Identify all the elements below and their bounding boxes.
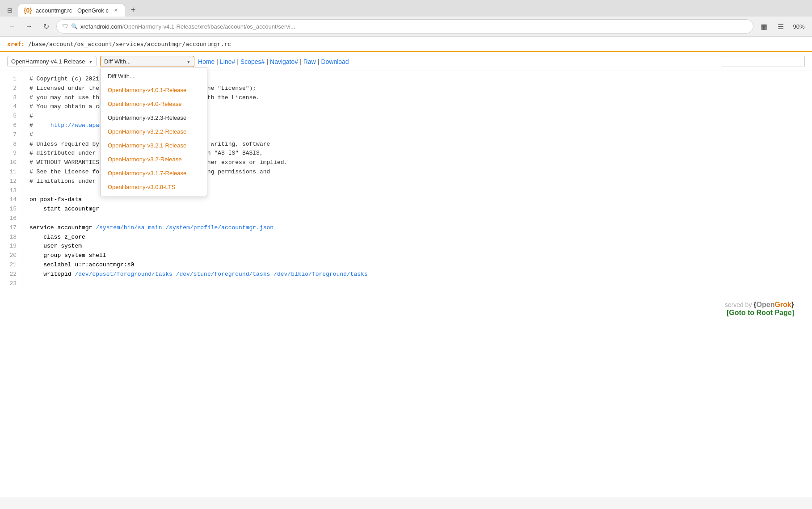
sa-main-link[interactable]: /system/bin/sa_main bbox=[96, 224, 162, 231]
ln-4: 4 bbox=[5, 102, 17, 112]
window-menu-button[interactable]: ⊟ bbox=[4, 4, 16, 17]
ln-14: 14 bbox=[5, 195, 17, 205]
ln-22: 22 bbox=[5, 270, 17, 279]
ln-21: 21 bbox=[5, 261, 17, 270]
diff-select-wrapper: Diff With... OpenHarmony-v4.0.1-Release … bbox=[100, 56, 194, 67]
version-select-wrapper: OpenHarmony-v4.1-Release bbox=[7, 56, 97, 67]
home-link[interactable]: Home bbox=[198, 58, 215, 65]
code-line-14: on post-fs-data bbox=[29, 195, 805, 205]
opengrok-brand: {OpenGrok} bbox=[753, 301, 794, 308]
raw-link[interactable]: Raw bbox=[303, 58, 316, 65]
refresh-button[interactable]: ↻ bbox=[39, 20, 53, 33]
ln-19: 19 bbox=[5, 242, 17, 251]
ln-8: 8 bbox=[5, 140, 17, 149]
sep1: | bbox=[216, 58, 218, 65]
tab-title: accountmgr.rc - OpenGrok c bbox=[36, 7, 109, 14]
code-line-22: writepid /dev/cpuset/foreground/tasks /d… bbox=[29, 270, 805, 279]
accountmgr-json-link[interactable]: /system/profile/accountmgr.json bbox=[165, 224, 273, 231]
code-line-23 bbox=[29, 279, 805, 289]
goto-root-link[interactable]: [Goto to Root Page] bbox=[18, 309, 794, 317]
sep3: | bbox=[266, 58, 268, 65]
code-line-15: start accountmgr bbox=[29, 205, 805, 214]
back-button[interactable]: ← bbox=[5, 20, 19, 33]
ln-7: 7 bbox=[5, 130, 17, 140]
ln-16: 16 bbox=[5, 214, 17, 223]
toolbar-links: Home | Line# | Scopes# | Navigate# | Raw… bbox=[198, 58, 349, 65]
code-line-16 bbox=[29, 214, 805, 223]
ln-9: 9 bbox=[5, 149, 17, 158]
reader-mode-button[interactable]: ☰ bbox=[774, 20, 787, 33]
security-lock-icon: 🔍 bbox=[71, 23, 78, 29]
code-line-18: class z_core bbox=[29, 233, 805, 242]
diff-menu-item-401[interactable]: OpenHarmony-v4.0.1-Release bbox=[101, 83, 207, 97]
diff-menu-item-323[interactable]: OpenHarmony-v3.2.3-Release bbox=[101, 111, 207, 125]
diff-menu-item-308[interactable]: OpenHarmony-v3.0.8-LTS bbox=[101, 180, 207, 194]
ln-12: 12 bbox=[5, 177, 17, 186]
sep2: | bbox=[237, 58, 239, 65]
version-select[interactable]: OpenHarmony-v4.1-Release bbox=[7, 56, 97, 67]
qr-code-button[interactable]: ▦ bbox=[757, 20, 770, 33]
browser-chrome: ⊟ {0} accountmgr.rc - OpenGrok c × + ← →… bbox=[0, 0, 812, 37]
ln-17: 17 bbox=[5, 223, 17, 233]
ln-11: 11 bbox=[5, 168, 17, 177]
tab-bar: ⊟ {0} accountmgr.rc - OpenGrok c × + bbox=[0, 0, 812, 17]
brand-grok-text: Grok bbox=[774, 301, 791, 308]
blkio-link[interactable]: /dev/blkio/foreground/tasks bbox=[273, 271, 368, 278]
line-numbers: 1 2 3 4 5 6 7 8 9 10 11 12 13 14 15 16 1… bbox=[0, 75, 22, 288]
diff-dropdown-menu: Diff With... OpenHarmony-v4.0.1-Release … bbox=[100, 67, 207, 196]
diff-menu-item-40[interactable]: OpenHarmony-v4.0-Release bbox=[101, 97, 207, 111]
ln-5: 5 bbox=[5, 112, 17, 121]
ln-3: 3 bbox=[5, 93, 17, 103]
scopes-link[interactable]: Scopes# bbox=[240, 58, 265, 65]
ln-18: 18 bbox=[5, 233, 17, 242]
brand-open-text: Open bbox=[757, 301, 775, 308]
diff-with-select[interactable]: Diff With... OpenHarmony-v4.0.1-Release … bbox=[100, 56, 194, 67]
code-line-21: seclabel u:r:accountmgr:s0 bbox=[29, 261, 805, 270]
ln-6: 6 bbox=[5, 121, 17, 130]
ln-1: 1 bbox=[5, 75, 17, 84]
diff-menu-item-321[interactable]: OpenHarmony-v3.2.1-Release bbox=[101, 139, 207, 152]
sep5: | bbox=[318, 58, 320, 65]
address-text: xrefandroid.com/OpenHarmony-v4.1-Release… bbox=[80, 23, 295, 30]
zoom-level: 90% bbox=[791, 23, 807, 30]
cpuset-link[interactable]: /dev/cpuset/foreground/tasks bbox=[75, 271, 172, 278]
ln-13: 13 bbox=[5, 186, 17, 196]
line-link[interactable]: Line# bbox=[220, 58, 235, 65]
sep4: | bbox=[300, 58, 302, 65]
code-line-20: group system shell bbox=[29, 251, 805, 261]
served-by-text: served by bbox=[725, 301, 752, 308]
ln-20: 20 bbox=[5, 251, 17, 261]
forward-button[interactable]: → bbox=[22, 20, 36, 33]
address-bar[interactable]: 🛡 🔍 xrefandroid.com/OpenHarmony-v4.1-Rel… bbox=[56, 19, 753, 34]
new-tab-button[interactable]: + bbox=[127, 4, 139, 17]
search-input[interactable] bbox=[722, 56, 805, 67]
diff-menu-item-placeholder[interactable]: Diff With... bbox=[101, 69, 207, 83]
active-tab[interactable]: {0} accountmgr.rc - OpenGrok c × bbox=[18, 4, 125, 17]
brand-close-brace: } bbox=[791, 301, 794, 308]
breadcrumb-path: /base/account/os_account/services/accoun… bbox=[28, 41, 231, 47]
diff-select-container: Diff With... OpenHarmony-v4.0.1-Release … bbox=[100, 56, 194, 67]
navigate-link[interactable]: Navigate# bbox=[270, 58, 298, 65]
ln-2: 2 bbox=[5, 84, 17, 93]
ln-10: 10 bbox=[5, 158, 17, 168]
diff-menu-item-317[interactable]: OpenHarmony-v3.1.7-Release bbox=[101, 166, 207, 180]
code-line-19: user system bbox=[29, 242, 805, 251]
stune-link[interactable]: /dev/stune/foreground/tasks bbox=[176, 271, 270, 278]
download-link[interactable]: Download bbox=[321, 58, 349, 65]
xref-label: xref: bbox=[7, 41, 25, 47]
nav-bar: ← → ↻ 🛡 🔍 xrefandroid.com/OpenHarmony-v4… bbox=[0, 17, 812, 37]
security-shield-icon: 🛡 bbox=[62, 23, 68, 30]
ln-15: 15 bbox=[5, 205, 17, 214]
page-content: xref: /base/account/os_account/services/… bbox=[0, 37, 812, 497]
tab-favicon: {0} bbox=[24, 7, 32, 14]
footer: served by {OpenGrok} [Goto to Root Page] bbox=[0, 292, 812, 326]
code-line-17: service accountmgr /system/bin/sa_main /… bbox=[29, 223, 805, 233]
ln-23: 23 bbox=[5, 279, 17, 289]
tab-close-button[interactable]: × bbox=[112, 7, 119, 14]
toolbar: OpenHarmony-v4.1-Release Diff With... Op… bbox=[0, 52, 812, 71]
diff-menu-item-32[interactable]: OpenHarmony-v3.2-Release bbox=[101, 152, 207, 166]
breadcrumb: xref: /base/account/os_account/services/… bbox=[0, 37, 812, 52]
diff-menu-item-322[interactable]: OpenHarmony-v3.2.2-Release bbox=[101, 125, 207, 139]
